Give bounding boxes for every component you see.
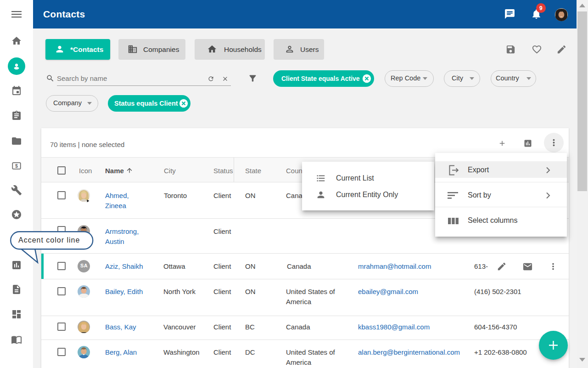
svg-text:$: $ bbox=[15, 163, 18, 169]
